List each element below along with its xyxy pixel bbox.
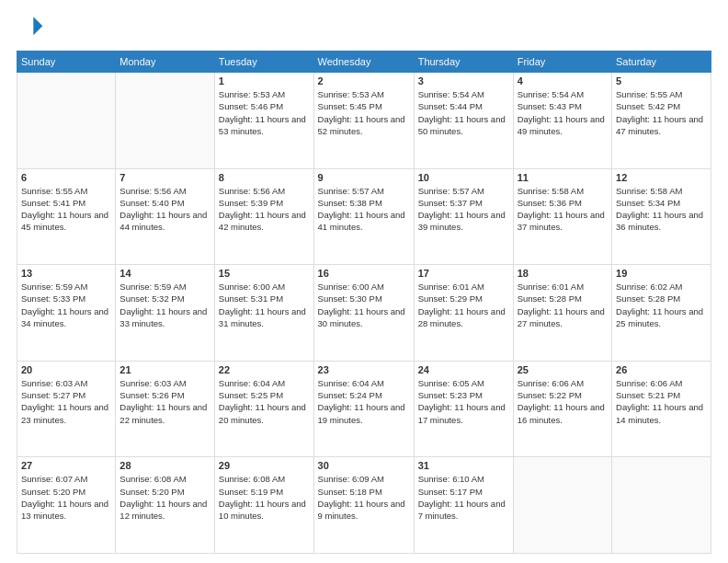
day-number: 11 bbox=[518, 172, 608, 183]
calendar-cell: 14Sunrise: 5:59 AM Sunset: 5:32 PM Dayli… bbox=[116, 265, 215, 362]
page: SundayMondayTuesdayWednesdayThursdayFrid… bbox=[0, 0, 728, 563]
day-number: 16 bbox=[318, 268, 410, 279]
calendar-cell: 21Sunrise: 6:03 AM Sunset: 5:26 PM Dayli… bbox=[116, 361, 215, 457]
day-number: 10 bbox=[418, 172, 509, 183]
day-number: 27 bbox=[21, 460, 111, 471]
day-info: Sunrise: 5:56 AM Sunset: 5:40 PM Dayligh… bbox=[119, 185, 210, 234]
calendar-cell: 5Sunrise: 5:55 AM Sunset: 5:42 PM Daylig… bbox=[612, 73, 711, 169]
day-number: 13 bbox=[21, 268, 111, 279]
day-number: 4 bbox=[518, 75, 608, 86]
day-number: 7 bbox=[119, 172, 210, 183]
day-number: 14 bbox=[119, 268, 210, 279]
day-info: Sunrise: 6:07 AM Sunset: 5:20 PM Dayligh… bbox=[21, 473, 111, 522]
day-info: Sunrise: 6:06 AM Sunset: 5:22 PM Dayligh… bbox=[518, 377, 608, 426]
day-number: 12 bbox=[616, 172, 707, 183]
day-info: Sunrise: 6:01 AM Sunset: 5:29 PM Dayligh… bbox=[418, 281, 509, 329]
day-info: Sunrise: 6:02 AM Sunset: 5:28 PM Dayligh… bbox=[616, 281, 707, 329]
calendar-cell: 9Sunrise: 5:57 AM Sunset: 5:38 PM Daylig… bbox=[313, 168, 414, 265]
header bbox=[17, 14, 711, 41]
calendar-cell: 16Sunrise: 6:00 AM Sunset: 5:30 PM Dayli… bbox=[313, 265, 414, 362]
day-info: Sunrise: 6:03 AM Sunset: 5:27 PM Dayligh… bbox=[21, 377, 111, 426]
calendar-cell: 1Sunrise: 5:53 AM Sunset: 5:46 PM Daylig… bbox=[214, 73, 313, 169]
day-number: 21 bbox=[119, 364, 210, 375]
weekday-row: SundayMondayTuesdayWednesdayThursdayFrid… bbox=[17, 52, 711, 73]
calendar-cell: 29Sunrise: 6:08 AM Sunset: 5:19 PM Dayli… bbox=[214, 457, 313, 554]
calendar-cell: 27Sunrise: 6:07 AM Sunset: 5:20 PM Dayli… bbox=[17, 457, 116, 554]
day-info: Sunrise: 6:10 AM Sunset: 5:17 PM Dayligh… bbox=[418, 473, 509, 522]
calendar-cell: 15Sunrise: 6:00 AM Sunset: 5:31 PM Dayli… bbox=[214, 265, 313, 362]
day-number: 5 bbox=[616, 75, 707, 86]
day-info: Sunrise: 6:00 AM Sunset: 5:30 PM Dayligh… bbox=[318, 281, 410, 329]
day-number: 31 bbox=[418, 460, 509, 471]
week-row-4: 27Sunrise: 6:07 AM Sunset: 5:20 PM Dayli… bbox=[17, 457, 711, 554]
day-info: Sunrise: 6:03 AM Sunset: 5:26 PM Dayligh… bbox=[119, 377, 210, 426]
day-number: 26 bbox=[616, 364, 707, 375]
day-info: Sunrise: 6:08 AM Sunset: 5:19 PM Dayligh… bbox=[219, 473, 310, 522]
day-info: Sunrise: 6:00 AM Sunset: 5:31 PM Dayligh… bbox=[219, 281, 310, 329]
weekday-header-monday: Monday bbox=[116, 52, 215, 73]
day-info: Sunrise: 6:05 AM Sunset: 5:23 PM Dayligh… bbox=[418, 377, 509, 426]
calendar-cell: 11Sunrise: 5:58 AM Sunset: 5:36 PM Dayli… bbox=[513, 168, 611, 265]
day-info: Sunrise: 6:04 AM Sunset: 5:24 PM Dayligh… bbox=[318, 377, 410, 426]
day-number: 8 bbox=[219, 172, 310, 183]
calendar-cell bbox=[513, 457, 611, 554]
day-number: 9 bbox=[318, 172, 410, 183]
weekday-header-saturday: Saturday bbox=[612, 52, 711, 73]
weekday-header-sunday: Sunday bbox=[17, 52, 116, 73]
calendar-cell: 10Sunrise: 5:57 AM Sunset: 5:37 PM Dayli… bbox=[414, 168, 513, 265]
day-info: Sunrise: 5:55 AM Sunset: 5:41 PM Dayligh… bbox=[21, 185, 111, 234]
calendar-cell: 4Sunrise: 5:54 AM Sunset: 5:43 PM Daylig… bbox=[513, 73, 611, 169]
day-number: 18 bbox=[518, 268, 608, 279]
calendar-cell: 8Sunrise: 5:56 AM Sunset: 5:39 PM Daylig… bbox=[214, 168, 313, 265]
day-info: Sunrise: 5:54 AM Sunset: 5:44 PM Dayligh… bbox=[418, 88, 509, 137]
calendar-cell: 24Sunrise: 6:05 AM Sunset: 5:23 PM Dayli… bbox=[414, 361, 513, 457]
calendar-cell bbox=[612, 457, 711, 554]
day-number: 3 bbox=[418, 75, 509, 86]
week-row-3: 20Sunrise: 6:03 AM Sunset: 5:27 PM Dayli… bbox=[17, 361, 711, 457]
calendar-cell: 13Sunrise: 5:59 AM Sunset: 5:33 PM Dayli… bbox=[17, 265, 116, 362]
calendar-cell: 3Sunrise: 5:54 AM Sunset: 5:44 PM Daylig… bbox=[414, 73, 513, 169]
calendar-cell: 19Sunrise: 6:02 AM Sunset: 5:28 PM Dayli… bbox=[612, 265, 711, 362]
calendar-cell: 31Sunrise: 6:10 AM Sunset: 5:17 PM Dayli… bbox=[414, 457, 513, 554]
calendar-cell: 6Sunrise: 5:55 AM Sunset: 5:41 PM Daylig… bbox=[17, 168, 116, 265]
day-info: Sunrise: 5:55 AM Sunset: 5:42 PM Dayligh… bbox=[616, 88, 707, 137]
calendar-body: 1Sunrise: 5:53 AM Sunset: 5:46 PM Daylig… bbox=[17, 73, 711, 554]
day-number: 20 bbox=[21, 364, 111, 375]
calendar-cell: 26Sunrise: 6:06 AM Sunset: 5:21 PM Dayli… bbox=[612, 361, 711, 457]
calendar-header: SundayMondayTuesdayWednesdayThursdayFrid… bbox=[17, 52, 711, 73]
calendar-cell: 12Sunrise: 5:58 AM Sunset: 5:34 PM Dayli… bbox=[612, 168, 711, 265]
weekday-header-wednesday: Wednesday bbox=[313, 52, 414, 73]
calendar-cell bbox=[116, 73, 215, 169]
day-info: Sunrise: 6:09 AM Sunset: 5:18 PM Dayligh… bbox=[318, 473, 410, 522]
day-number: 17 bbox=[418, 268, 509, 279]
calendar-cell: 30Sunrise: 6:09 AM Sunset: 5:18 PM Dayli… bbox=[313, 457, 414, 554]
day-number: 30 bbox=[318, 460, 410, 471]
calendar-cell: 17Sunrise: 6:01 AM Sunset: 5:29 PM Dayli… bbox=[414, 265, 513, 362]
calendar: SundayMondayTuesdayWednesdayThursdayFrid… bbox=[17, 51, 711, 554]
day-info: Sunrise: 6:04 AM Sunset: 5:25 PM Dayligh… bbox=[219, 377, 310, 426]
day-info: Sunrise: 5:59 AM Sunset: 5:33 PM Dayligh… bbox=[21, 281, 111, 329]
day-number: 1 bbox=[219, 75, 310, 86]
day-info: Sunrise: 5:56 AM Sunset: 5:39 PM Dayligh… bbox=[219, 185, 310, 234]
calendar-cell: 2Sunrise: 5:53 AM Sunset: 5:45 PM Daylig… bbox=[313, 73, 414, 169]
week-row-2: 13Sunrise: 5:59 AM Sunset: 5:33 PM Dayli… bbox=[17, 265, 711, 362]
week-row-1: 6Sunrise: 5:55 AM Sunset: 5:41 PM Daylig… bbox=[17, 168, 711, 265]
day-number: 22 bbox=[219, 364, 310, 375]
week-row-0: 1Sunrise: 5:53 AM Sunset: 5:46 PM Daylig… bbox=[17, 73, 711, 169]
calendar-cell: 28Sunrise: 6:08 AM Sunset: 5:20 PM Dayli… bbox=[116, 457, 215, 554]
calendar-cell: 20Sunrise: 6:03 AM Sunset: 5:27 PM Dayli… bbox=[17, 361, 116, 457]
day-info: Sunrise: 5:53 AM Sunset: 5:46 PM Dayligh… bbox=[219, 88, 310, 137]
day-number: 2 bbox=[318, 75, 410, 86]
day-info: Sunrise: 5:58 AM Sunset: 5:34 PM Dayligh… bbox=[616, 185, 707, 234]
calendar-cell: 18Sunrise: 6:01 AM Sunset: 5:28 PM Dayli… bbox=[513, 265, 611, 362]
day-info: Sunrise: 6:08 AM Sunset: 5:20 PM Dayligh… bbox=[119, 473, 210, 522]
day-number: 29 bbox=[219, 460, 310, 471]
calendar-cell: 23Sunrise: 6:04 AM Sunset: 5:24 PM Dayli… bbox=[313, 361, 414, 457]
weekday-header-tuesday: Tuesday bbox=[214, 52, 313, 73]
weekday-header-friday: Friday bbox=[513, 52, 611, 73]
day-info: Sunrise: 5:59 AM Sunset: 5:32 PM Dayligh… bbox=[119, 281, 210, 329]
day-number: 15 bbox=[219, 268, 310, 279]
day-info: Sunrise: 6:06 AM Sunset: 5:21 PM Dayligh… bbox=[616, 377, 707, 426]
logo bbox=[17, 14, 48, 41]
calendar-cell: 22Sunrise: 6:04 AM Sunset: 5:25 PM Dayli… bbox=[214, 361, 313, 457]
